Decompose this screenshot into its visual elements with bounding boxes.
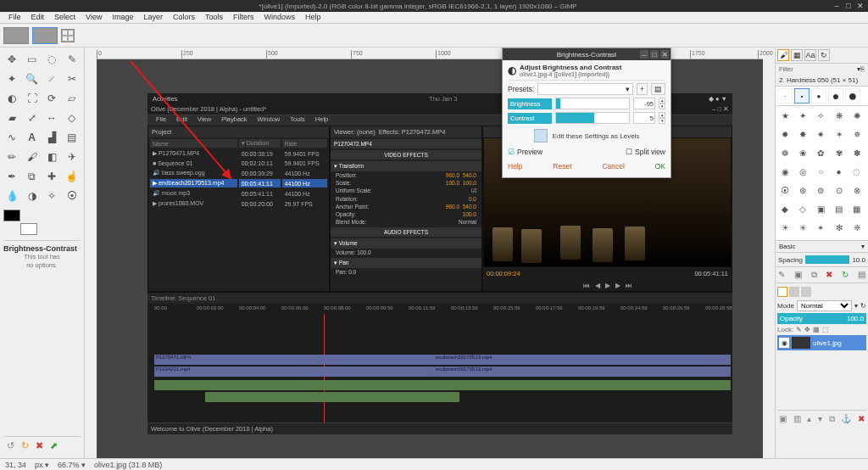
- ink-tool-icon[interactable]: ✒: [3, 168, 20, 185]
- brush-dot-sm-icon[interactable]: •: [794, 88, 810, 104]
- scale-tool-icon[interactable]: ⤢: [24, 109, 41, 126]
- dialog-titlebar[interactable]: Brightness-Contrast – □ ✕: [503, 48, 670, 60]
- visibility-icon[interactable]: ◉: [779, 338, 789, 348]
- gradient-tool-icon[interactable]: ▤: [64, 129, 81, 146]
- reset-button[interactable]: Reset: [553, 162, 571, 171]
- contrast-down-icon[interactable]: ▾: [659, 118, 665, 124]
- perspective-tool-icon[interactable]: ▰: [3, 109, 20, 126]
- brightness-up-icon[interactable]: ▴: [659, 98, 665, 104]
- image-tab-1[interactable]: [3, 27, 29, 44]
- menu-file[interactable]: File: [3, 12, 26, 23]
- zoom-select[interactable]: 66.7% ▾: [58, 461, 86, 469]
- brightness-slider[interactable]: [555, 98, 630, 109]
- lock-alpha-icon[interactable]: ▦: [813, 326, 820, 333]
- minimize-button[interactable]: –: [832, 2, 841, 10]
- layer-group-icon[interactable]: ▥: [793, 414, 801, 424]
- del-brush-icon[interactable]: ✖: [826, 270, 832, 280]
- brush-grid[interactable]: ★✦✧❋✺ ✹✸✷✶✵ ❁❀✿✾✽ ◉◎○●◌ ⦿⊛⊚⊙⊗ ◆◇▣▤▦ ☀✳✴❇…: [776, 106, 868, 240]
- close-button[interactable]: ✕: [856, 2, 865, 10]
- color-picker-tool-icon[interactable]: ⦿: [64, 187, 81, 204]
- spacing-slider[interactable]: [805, 255, 850, 264]
- layer-name[interactable]: olive1.jpg: [813, 339, 842, 347]
- brush-dot-xs-icon[interactable]: ·: [777, 88, 793, 104]
- contrast-slider[interactable]: [555, 112, 630, 124]
- dialog-close-icon[interactable]: ✕: [660, 50, 669, 59]
- refresh-brush-icon[interactable]: ↻: [842, 270, 849, 280]
- open-folder-icon[interactable]: ▤: [858, 270, 865, 280]
- contrast-up-icon[interactable]: ▴: [659, 112, 665, 118]
- edit-as-levels-button[interactable]: Edit these Settings as Levels: [508, 129, 665, 143]
- new-brush-icon[interactable]: ▣: [794, 270, 802, 280]
- fonts-tab-icon[interactable]: Aa: [804, 49, 816, 61]
- spacing-value[interactable]: 10.0: [852, 256, 865, 264]
- airbrush-tool-icon[interactable]: ✈: [64, 148, 81, 165]
- eraser-tool-icon[interactable]: ◧: [43, 148, 60, 165]
- dodge-tool-icon[interactable]: ◑: [24, 187, 41, 204]
- clone-tool-icon[interactable]: ⧉: [24, 168, 41, 185]
- brightness-down-icon[interactable]: ▾: [659, 104, 665, 109]
- preview-checkbox[interactable]: ☑Preview: [508, 148, 542, 156]
- pencil-tool-icon[interactable]: ✏: [3, 148, 20, 165]
- cancel-button[interactable]: Cancel: [602, 162, 624, 171]
- reset-icon[interactable]: ↻: [21, 440, 29, 451]
- dup-layer-icon[interactable]: ⧉: [829, 414, 835, 424]
- edit-brush-icon[interactable]: ✎: [778, 270, 785, 280]
- free-select-tool-icon[interactable]: ◌: [43, 51, 60, 68]
- brushes-tab-icon[interactable]: 🖌: [777, 49, 789, 61]
- menu-edit[interactable]: Edit: [26, 12, 50, 23]
- color-swatches[interactable]: [3, 210, 37, 235]
- menu-layer[interactable]: Layer: [138, 12, 168, 23]
- brush-dot-lg-icon[interactable]: ●: [828, 88, 843, 104]
- dialog-maximize-icon[interactable]: □: [650, 50, 659, 59]
- cage-tool-icon[interactable]: ◇: [64, 109, 81, 126]
- flip-tool-icon[interactable]: ↔: [43, 109, 60, 126]
- menu-windows[interactable]: Windows: [259, 12, 300, 23]
- heal-tool-icon[interactable]: ✚: [43, 168, 60, 185]
- lock-all-icon[interactable]: ⬚: [822, 326, 829, 333]
- crop-tool-icon[interactable]: ⛶: [24, 90, 41, 107]
- layers-tab-icon[interactable]: [777, 287, 787, 297]
- lock-position-icon[interactable]: ✥: [804, 326, 810, 333]
- brush-tool-icon[interactable]: 🖌: [24, 148, 41, 165]
- text-tool-icon[interactable]: A: [24, 129, 41, 146]
- measure-tool-icon[interactable]: ⟋: [43, 70, 60, 87]
- fuzzy-select-tool-icon[interactable]: ✦: [3, 70, 20, 87]
- menu-view[interactable]: View: [81, 12, 107, 23]
- presets-dropdown[interactable]: ▾: [537, 83, 633, 95]
- paths-tab-icon[interactable]: [801, 287, 811, 297]
- brush-dot-md-icon[interactable]: ●: [811, 88, 826, 104]
- add-preset-button[interactable]: +: [637, 83, 648, 95]
- maximize-button[interactable]: □: [844, 2, 853, 10]
- delete-icon[interactable]: ✖: [36, 440, 43, 451]
- foreground-tool-icon[interactable]: ◐: [3, 90, 20, 107]
- blend-mode-select[interactable]: Normal: [797, 300, 852, 311]
- dup-brush-icon[interactable]: ⧉: [811, 270, 817, 280]
- raise-layer-icon[interactable]: ▴: [807, 414, 811, 424]
- menu-colors[interactable]: Colors: [168, 12, 200, 23]
- manage-preset-button[interactable]: ▤: [651, 83, 665, 95]
- brightness-value[interactable]: -95: [633, 98, 655, 109]
- rect-select-tool-icon[interactable]: ▭: [24, 51, 41, 68]
- unit-select[interactable]: px ▾: [35, 461, 49, 469]
- lock-pixels-icon[interactable]: ✎: [796, 326, 802, 333]
- shear-tool-icon[interactable]: ▱: [64, 90, 81, 107]
- menu-image[interactable]: Image: [107, 12, 138, 23]
- layer-row[interactable]: ◉ olive1.jpg: [777, 335, 866, 350]
- menu-help[interactable]: Help: [300, 12, 326, 23]
- new-layer-icon[interactable]: ▣: [779, 414, 787, 424]
- warp-tool-icon[interactable]: ∿: [3, 129, 20, 146]
- scissors-tool-icon[interactable]: ✂: [64, 70, 81, 87]
- menu-tools[interactable]: Tools: [200, 12, 228, 23]
- channels-tab-icon[interactable]: [789, 287, 799, 297]
- patterns-tab-icon[interactable]: ▦: [791, 49, 803, 61]
- bucket-tool-icon[interactable]: ▟: [43, 129, 60, 146]
- menu-filters[interactable]: Filters: [228, 12, 259, 23]
- dialog-minimize-icon[interactable]: –: [640, 50, 648, 59]
- zoom-tool-icon[interactable]: 🔍: [24, 70, 41, 87]
- undo-history-icon[interactable]: ↺: [7, 440, 14, 451]
- opacity-value[interactable]: 100.0: [847, 315, 864, 322]
- contrast-value[interactable]: 5: [633, 112, 655, 124]
- smudge-tool-icon[interactable]: ☝: [64, 168, 81, 185]
- brush-dot-xl-icon[interactable]: ●: [845, 88, 860, 104]
- confirm-icon[interactable]: ⬈: [50, 440, 58, 451]
